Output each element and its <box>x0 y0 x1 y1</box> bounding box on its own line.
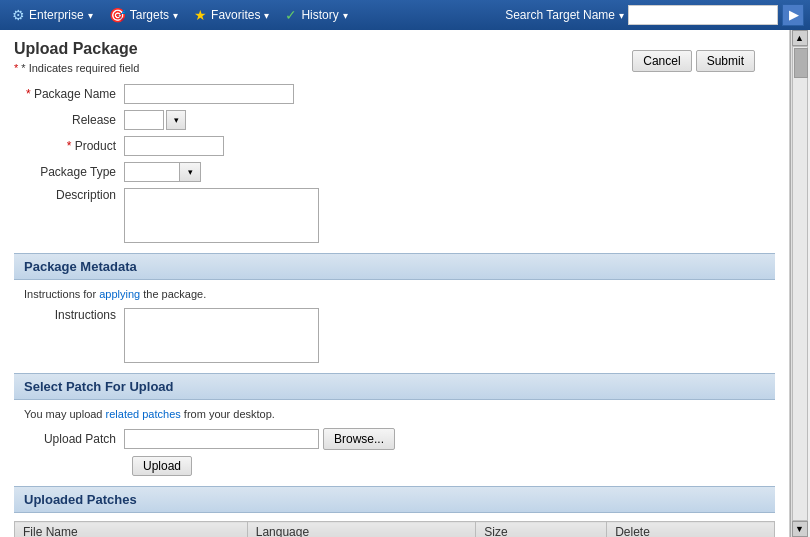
col-language: Language <box>247 522 476 538</box>
scrollbar[interactable]: ▲ ▼ <box>790 30 808 537</box>
description-label: Description <box>14 188 124 202</box>
instructions-label: Instructions <box>14 308 124 322</box>
nav-favorites[interactable]: ★ Favorites ▾ <box>188 4 275 26</box>
product-label: * Product <box>14 139 124 153</box>
package-type-row: Package Type AOL ▾ <box>14 162 775 182</box>
release-select-wrapper: 11i ▾ <box>124 110 186 130</box>
search-area: Search Target Name ▾ ▶ <box>505 4 804 26</box>
upload-button-row: Upload <box>14 456 775 476</box>
applying-link[interactable]: applying <box>99 288 140 300</box>
targets-arrow-icon: ▾ <box>173 10 178 21</box>
nav-enterprise[interactable]: ⚙ Enterprise ▾ <box>6 4 99 26</box>
package-type-dropdown-button[interactable]: ▾ <box>179 162 201 182</box>
nav-history[interactable]: ✓ History ▾ <box>279 4 353 26</box>
nav-enterprise-label: Enterprise <box>29 8 84 22</box>
scrollbar-down-button[interactable]: ▼ <box>792 521 808 537</box>
scrollbar-track[interactable] <box>792 46 808 521</box>
favorites-icon: ★ <box>194 7 207 23</box>
instructions-textarea[interactable] <box>124 308 319 363</box>
enterprise-arrow-icon: ▾ <box>88 10 93 21</box>
uploaded-patches-section-header: Uploaded Patches <box>14 486 775 513</box>
release-row: Release 11i ▾ <box>14 110 775 130</box>
product-row: * Product <box>14 136 775 156</box>
package-type-input[interactable]: AOL <box>124 162 179 182</box>
form-content: Upload Package * * Indicates required fi… <box>0 30 789 537</box>
package-type-label: Package Type <box>14 165 124 179</box>
cancel-button[interactable]: Cancel <box>632 50 691 72</box>
submit-button[interactable]: Submit <box>696 50 755 72</box>
applying-instructions-text: Instructions for applying the package. <box>14 288 775 300</box>
required-note-text: * Indicates required field <box>21 62 139 74</box>
nav-targets-label: Targets <box>130 8 169 22</box>
related-patches-link[interactable]: related patches <box>106 408 181 420</box>
table-header-row: File Name Language Size Delete <box>15 522 775 538</box>
package-type-wrapper: AOL ▾ <box>124 162 201 182</box>
upload-patch-input[interactable] <box>124 429 319 449</box>
upload-patch-row: Upload Patch Browse... <box>14 428 775 450</box>
package-name-row: * Package Name <box>14 84 775 104</box>
top-actions: Cancel Submit <box>632 50 755 72</box>
uploaded-patches-table: File Name Language Size Delete <box>14 521 775 537</box>
main-content: Upload Package * * Indicates required fi… <box>0 30 790 537</box>
instructions-row: Instructions <box>14 308 775 363</box>
upload-note: You may upload related patches from your… <box>14 408 775 420</box>
scrollbar-up-button[interactable]: ▲ <box>792 30 808 46</box>
upload-patch-label: Upload Patch <box>14 432 124 446</box>
release-input[interactable]: 11i <box>124 110 164 130</box>
release-dropdown-button[interactable]: ▾ <box>166 110 186 130</box>
metadata-section-header: Package Metadata <box>14 253 775 280</box>
targets-icon: 🎯 <box>109 7 126 23</box>
product-input[interactable] <box>124 136 224 156</box>
package-name-label: * Package Name <box>14 87 124 101</box>
scrollbar-thumb[interactable] <box>794 48 808 78</box>
history-icon: ✓ <box>285 7 297 23</box>
package-name-input[interactable] <box>124 84 294 104</box>
nav-bar: ⚙ Enterprise ▾ 🎯 Targets ▾ ★ Favorites ▾… <box>0 0 810 30</box>
description-textarea[interactable] <box>124 188 319 243</box>
history-arrow-icon: ▾ <box>343 10 348 21</box>
required-star: * <box>14 62 18 74</box>
search-label: Search Target Name <box>505 8 615 22</box>
nav-history-label: History <box>301 8 338 22</box>
col-size: Size <box>476 522 607 538</box>
upload-button[interactable]: Upload <box>132 456 192 476</box>
search-arrow-icon: ▾ <box>619 10 624 21</box>
col-delete: Delete <box>607 522 775 538</box>
main-area: Upload Package * * Indicates required fi… <box>0 30 810 537</box>
enterprise-icon: ⚙ <box>12 7 25 23</box>
nav-targets[interactable]: 🎯 Targets ▾ <box>103 4 184 26</box>
favorites-arrow-icon: ▾ <box>264 10 269 21</box>
upload-section-header: Select Patch For Upload <box>14 373 775 400</box>
col-filename: File Name <box>15 522 248 538</box>
browse-button[interactable]: Browse... <box>323 428 395 450</box>
search-input[interactable] <box>628 5 778 25</box>
description-row: Description <box>14 188 775 243</box>
release-label: Release <box>14 113 124 127</box>
search-go-button[interactable]: ▶ <box>782 4 804 26</box>
nav-favorites-label: Favorites <box>211 8 260 22</box>
